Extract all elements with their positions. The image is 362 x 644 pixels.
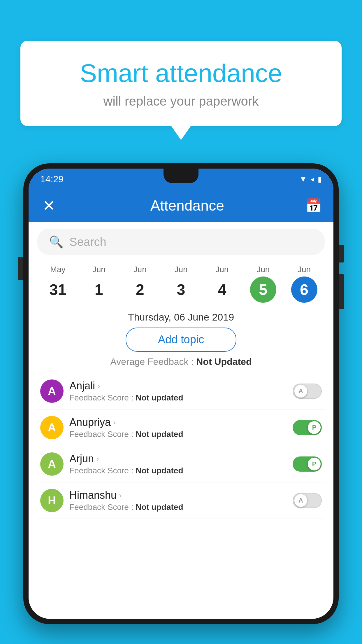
side-btn-right-1 [339, 245, 344, 262]
student-info-himanshu: Himanshu › Feedback Score : Not updated [69, 489, 287, 512]
cal-month-4: Jun [201, 265, 242, 274]
search-icon: 🔍 [49, 235, 64, 249]
chevron-icon: › [113, 418, 116, 427]
signal-icon: ◂ [310, 175, 314, 184]
phone-frame: 14:29 ▼ ◂ ▮ ✕ Attendance 📅 🔍 Search [23, 163, 339, 624]
avatar-anjali: A [40, 379, 64, 403]
avatar-himanshu: H [40, 489, 64, 512]
student-item-anupriya[interactable]: A Anupriya › Feedback Score : Not update… [37, 410, 325, 446]
speech-bubble-container: Smart attendance will replace your paper… [20, 41, 342, 126]
chevron-icon: › [119, 491, 122, 500]
toggle-himanshu[interactable]: A [293, 493, 322, 508]
app-title: Attendance [69, 197, 305, 214]
cal-date-5: 5 [250, 276, 276, 303]
phone-screen: 14:29 ▼ ◂ ▮ ✕ Attendance 📅 🔍 Search [29, 169, 333, 619]
cal-date-4: 4 [209, 276, 235, 303]
search-placeholder: Search [69, 235, 106, 249]
calendar-strip: May 31 Jun 1 Jun 2 Jun 3 Jun 4 [29, 262, 333, 306]
student-name-anupriya: Anupriya › [69, 416, 287, 428]
cal-day-0[interactable]: May 31 [37, 265, 78, 303]
student-feedback-anupriya: Feedback Score : Not updated [69, 430, 287, 439]
student-name-anjali: Anjali › [69, 380, 287, 392]
student-info-anjali: Anjali › Feedback Score : Not updated [69, 380, 287, 402]
bubble-title: Smart attendance [44, 58, 318, 88]
close-button[interactable]: ✕ [40, 197, 58, 214]
student-info-arjun: Arjun › Feedback Score : Not updated [69, 453, 287, 475]
toggle-anjali[interactable]: A [293, 384, 322, 399]
toggle-knob-anupriya: P [308, 421, 321, 434]
cal-month-1: Jun [78, 265, 120, 274]
speech-bubble: Smart attendance will replace your paper… [20, 41, 342, 126]
notch [164, 169, 198, 183]
avg-feedback-label: Average Feedback : [110, 356, 196, 367]
cal-month-2: Jun [120, 265, 161, 274]
phone-container: 14:29 ▼ ◂ ▮ ✕ Attendance 📅 🔍 Search [23, 163, 339, 644]
student-name-himanshu: Himanshu › [69, 489, 287, 501]
cal-day-2[interactable]: Jun 2 [120, 265, 161, 303]
avatar-anupriya: A [40, 416, 64, 439]
toggle-anupriya[interactable]: P [293, 420, 322, 435]
battery-icon: ▮ [318, 175, 322, 184]
cal-date-1: 1 [86, 276, 112, 303]
student-item-himanshu[interactable]: H Himanshu › Feedback Score : Not update… [37, 482, 325, 519]
status-icons: ▼ ◂ ▮ [299, 175, 322, 184]
cal-day-5[interactable]: Jun 5 [242, 265, 284, 303]
bubble-subtitle: will replace your paperwork [44, 94, 318, 108]
student-feedback-himanshu: Feedback Score : Not updated [69, 503, 287, 512]
toggle-knob-anjali: A [294, 385, 307, 398]
cal-day-6[interactable]: Jun 6 [284, 265, 325, 303]
cal-date-3: 3 [168, 276, 194, 303]
toggle-knob-arjun: P [308, 458, 321, 470]
cal-month-6: Jun [284, 265, 325, 274]
avg-feedback-value: Not Updated [196, 356, 252, 367]
student-feedback-anjali: Feedback Score : Not updated [69, 393, 287, 402]
toggle-arjun[interactable]: P [293, 456, 322, 472]
cal-day-1[interactable]: Jun 1 [78, 265, 120, 303]
search-bar[interactable]: 🔍 Search [37, 229, 325, 255]
selected-date-label: Thursday, 06 June 2019 [29, 312, 333, 323]
calendar-icon[interactable]: 📅 [305, 198, 322, 214]
add-topic-button[interactable]: Add topic [126, 328, 236, 352]
chevron-icon: › [97, 381, 100, 391]
cal-month-0: May [37, 265, 78, 274]
chevron-icon: › [96, 454, 99, 463]
app-bar: ✕ Attendance 📅 [29, 190, 333, 222]
cal-day-3[interactable]: Jun 3 [161, 265, 202, 303]
status-bar: 14:29 ▼ ◂ ▮ [29, 169, 333, 190]
cal-month-3: Jun [161, 265, 202, 274]
cal-month-5: Jun [242, 265, 284, 274]
side-btn-left [18, 257, 23, 280]
student-item-arjun[interactable]: A Arjun › Feedback Score : Not updated P [37, 446, 325, 482]
student-item-anjali[interactable]: A Anjali › Feedback Score : Not updated … [37, 373, 325, 410]
cal-day-4[interactable]: Jun 4 [201, 265, 242, 303]
wifi-icon: ▼ [299, 175, 307, 184]
avg-feedback: Average Feedback : Not Updated [29, 356, 333, 367]
cal-date-0: 31 [45, 276, 71, 303]
student-list: A Anjali › Feedback Score : Not updated … [29, 373, 333, 519]
student-info-anupriya: Anupriya › Feedback Score : Not updated [69, 416, 287, 439]
cal-date-6: 6 [291, 276, 317, 303]
avatar-arjun: A [40, 452, 64, 476]
side-btn-right-2 [339, 274, 344, 309]
student-feedback-arjun: Feedback Score : Not updated [69, 466, 287, 475]
cal-date-2: 2 [127, 276, 153, 303]
student-name-arjun: Arjun › [69, 453, 287, 465]
status-time: 14:29 [40, 174, 64, 185]
toggle-knob-himanshu: A [294, 494, 307, 507]
